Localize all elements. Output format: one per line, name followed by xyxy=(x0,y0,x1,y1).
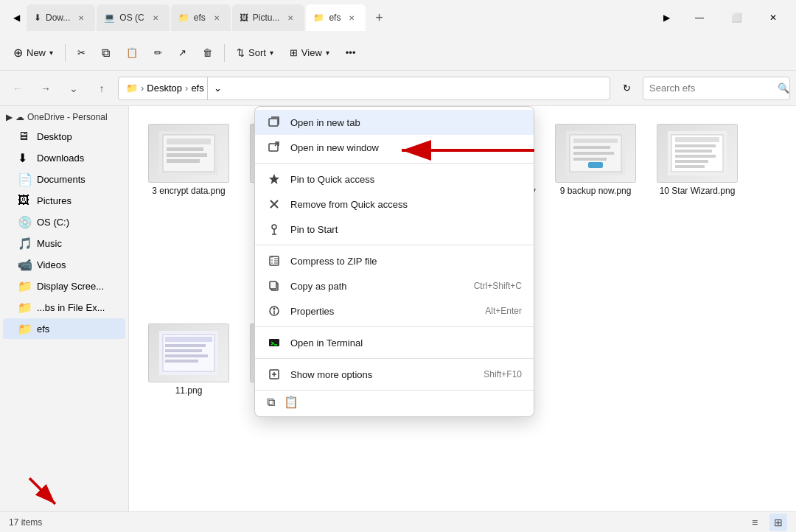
list-view-button[interactable]: ≡ xyxy=(746,514,764,531)
tab-efs2-label: efs xyxy=(329,13,341,23)
cm-compress-zip-label: Compress to ZIP file xyxy=(290,256,522,267)
file-item[interactable]: 9 backup now.png xyxy=(548,118,643,312)
cm-pin-start[interactable]: Pin to Start xyxy=(255,217,534,242)
file-item[interactable]: 3 encrypt data.png xyxy=(141,118,237,312)
maximize-button[interactable]: ⬜ xyxy=(719,6,753,29)
cm-properties[interactable]: Properties Alt+Enter xyxy=(255,298,534,323)
sidebar-item-music[interactable]: 🎵 Music xyxy=(3,233,125,253)
copy-path-icon xyxy=(267,279,282,293)
search-input[interactable] xyxy=(649,83,773,94)
history-button[interactable]: ⌄ xyxy=(62,77,85,100)
tab-downloads-close[interactable]: ✕ xyxy=(74,11,88,24)
view-button[interactable]: ⊞ View ▾ xyxy=(282,40,337,66)
cut-button[interactable]: ✂ xyxy=(70,40,93,66)
sidebar-item-downloads[interactable]: ⬇ Downloads xyxy=(3,147,125,168)
tab-pictures[interactable]: 🖼 Pictu... ✕ xyxy=(232,4,305,31)
minimize-button[interactable]: — xyxy=(682,6,716,29)
music-icon: 🎵 xyxy=(18,237,31,250)
sidebar-item-efs[interactable]: 📁 efs xyxy=(3,318,125,339)
cm-compress-zip[interactable]: Compress to ZIP file xyxy=(255,248,534,273)
context-menu: Open in new tab Open in new window Pin t… xyxy=(254,106,534,417)
cm-copy-path[interactable]: Copy as path Ctrl+Shift+C xyxy=(255,273,534,298)
delete-button[interactable]: 🗑 xyxy=(195,40,220,66)
sort-dropdown-icon: ▾ xyxy=(270,49,273,57)
close-button[interactable]: ✕ xyxy=(756,6,790,29)
svg-rect-29 xyxy=(573,139,618,143)
copy-icon: ⧉ xyxy=(102,46,110,60)
sidebar-item-pictures[interactable]: 🖼 Pictures xyxy=(3,190,125,211)
cm-pin-quick-access-label: Pin to Quick access xyxy=(290,174,522,185)
sidebar-item-documents[interactable]: 📄 Documents xyxy=(3,169,125,189)
tab-nav-left[interactable]: ◀ xyxy=(6,4,27,31)
tab-efs2[interactable]: 📁 efs ✕ xyxy=(306,4,366,31)
cm-bottom-copy-icon[interactable]: ⧉ xyxy=(267,396,275,409)
svg-rect-37 xyxy=(675,144,716,147)
cm-open-new-tab[interactable]: Open in new tab xyxy=(255,110,534,135)
tab-pictures-close[interactable]: ✕ xyxy=(284,11,297,24)
file-item[interactable]: 11.png xyxy=(141,318,237,500)
cm-pin-quick-access[interactable]: Pin to Quick access xyxy=(255,167,534,192)
properties-icon xyxy=(267,304,282,318)
tab-efs2-close[interactable]: ✕ xyxy=(345,11,358,24)
rename-button[interactable]: ✏ xyxy=(147,40,170,66)
cm-show-more-options[interactable]: Show more options Shift+F10 xyxy=(255,362,534,387)
file-thumbnail xyxy=(657,124,738,183)
tab-efs-label: efs xyxy=(194,13,206,23)
svg-rect-36 xyxy=(675,137,719,142)
sidebar-item-display-screen-label: Display Scree... xyxy=(37,281,104,292)
address-dropdown-button[interactable]: ⌄ xyxy=(207,77,228,100)
copy-button[interactable]: ⧉ xyxy=(94,40,117,66)
new-tab-button[interactable]: + xyxy=(367,6,391,29)
cm-open-terminal-label: Open in Terminal xyxy=(290,337,522,349)
tab-nav-right[interactable]: ▶ xyxy=(656,4,677,31)
cm-open-terminal[interactable]: Open in Terminal xyxy=(255,330,534,355)
more-button[interactable]: ••• xyxy=(338,40,363,66)
sort-button[interactable]: ⇅ Sort ▾ xyxy=(229,40,281,66)
address-path[interactable]: 📁 › Desktop › efs ⌄ xyxy=(118,77,610,100)
sidebar-item-desktop[interactable]: 🖥 Desktop xyxy=(3,126,125,147)
tab-next-btn[interactable]: ▶ xyxy=(656,4,677,31)
svg-rect-40 xyxy=(675,160,708,163)
cm-show-more-options-label: Show more options xyxy=(290,369,475,380)
paste-button[interactable]: 📋 xyxy=(119,40,145,66)
svg-rect-57 xyxy=(269,119,278,126)
up-button[interactable]: ↑ xyxy=(90,77,114,100)
sidebar-item-efs-file-ex[interactable]: 📁 ...bs in File Ex... xyxy=(3,297,125,318)
cm-sep2 xyxy=(255,245,534,245)
title-bar: ◀ ⬇ Dow... ✕ 💻 OS (C ✕ 📁 efs ✕ 🖼 Pictu..… xyxy=(0,0,796,35)
sort-icon: ⇅ xyxy=(237,47,245,58)
file-name: 11.png xyxy=(175,385,203,397)
file-item[interactable]: 10 Star Wizard.png xyxy=(649,118,745,312)
tab-os[interactable]: 💻 OS (C ✕ xyxy=(97,4,169,31)
tabs-container: ⬇ Dow... ✕ 💻 OS (C ✕ 📁 efs ✕ 🖼 Pictu... … xyxy=(27,4,656,31)
cm-remove-quick-access[interactable]: Remove from Quick access xyxy=(255,192,534,217)
grid-view-button[interactable]: ⊞ xyxy=(769,514,787,531)
forward-button[interactable]: → xyxy=(34,77,57,100)
tab-os-close[interactable]: ✕ xyxy=(149,11,162,24)
cm-bottom-paste-icon[interactable]: 📋 xyxy=(284,395,298,409)
cm-properties-shortcut: Alt+Enter xyxy=(485,306,522,316)
tab-efs[interactable]: 📁 efs ✕ xyxy=(171,4,231,31)
path-sep1: › xyxy=(141,83,144,94)
sidebar-item-display-screen[interactable]: 📁 Display Scree... xyxy=(3,276,125,296)
svg-rect-33 xyxy=(588,162,603,168)
sidebar-item-osc[interactable]: 💿 OS (C:) xyxy=(3,211,125,232)
sidebar-item-efs-file-ex-label: ...bs in File Ex... xyxy=(37,302,105,313)
tab-efs-close[interactable]: ✕ xyxy=(210,11,223,24)
rename-icon: ✏ xyxy=(154,47,162,58)
new-button[interactable]: ⊕ New ▾ xyxy=(6,40,60,66)
sidebar-item-documents-label: Documents xyxy=(37,174,85,185)
sidebar-item-videos[interactable]: 📹 Videos xyxy=(3,254,125,275)
tab-downloads[interactable]: ⬇ Dow... ✕ xyxy=(27,4,95,31)
cm-sep1 xyxy=(255,163,534,164)
cm-open-new-window[interactable]: Open in new window xyxy=(255,135,534,160)
onedrive-section[interactable]: ▶ ☁ OneDrive - Personal xyxy=(0,109,128,125)
tab-prev-btn[interactable]: ◀ xyxy=(6,4,27,31)
open-new-window-icon xyxy=(267,140,282,155)
share-button[interactable]: ↗ xyxy=(171,40,194,66)
view-label: View xyxy=(301,47,322,58)
refresh-button[interactable]: ↻ xyxy=(615,77,638,100)
back-button[interactable]: ← xyxy=(6,77,29,100)
cm-sep3 xyxy=(255,326,534,327)
osc-icon: 💿 xyxy=(18,215,31,228)
